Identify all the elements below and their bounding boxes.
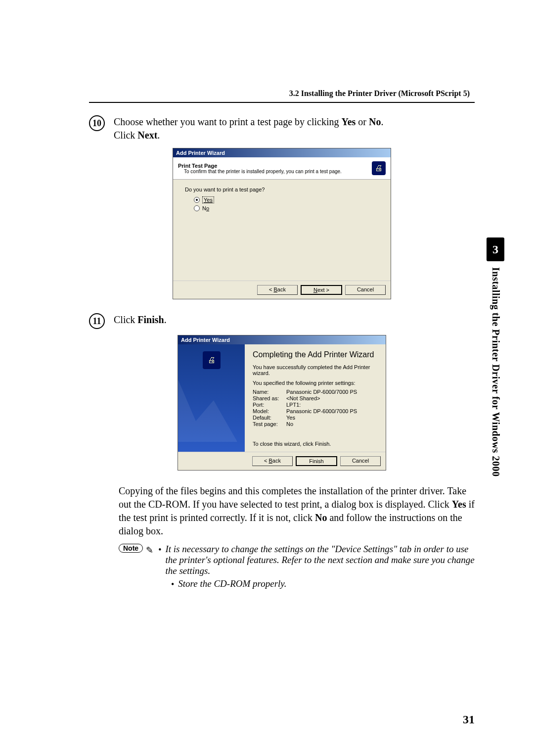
step10-no: No <box>369 116 381 127</box>
dialog-print-test-page: Add Printer Wizard Print Test Page To co… <box>173 148 391 299</box>
dialog-completing-wizard: Add Printer Wizard Completing the Add Pr… <box>178 335 386 471</box>
step-10: 10 Choose whether you want to print a te… <box>89 115 475 142</box>
wizard-banner <box>178 344 245 452</box>
radio-icon <box>194 205 200 211</box>
radio-icon <box>194 197 200 203</box>
step10-yes: Yes <box>341 116 356 127</box>
back-button[interactable]: < Back <box>252 456 293 466</box>
dialog-header-sub: To confirm that the printer is installed… <box>184 169 342 174</box>
back-button[interactable]: < Back <box>257 285 298 295</box>
step11-finish: Finish <box>137 314 164 325</box>
printer-icon <box>203 351 221 369</box>
section-header: 3.2 Installing the Printer Driver (Micro… <box>89 89 475 98</box>
cancel-button[interactable]: Cancel <box>345 285 386 295</box>
dialog-titlebar: Add Printer Wizard <box>173 148 391 157</box>
radio-yes[interactable]: Yes <box>194 196 379 203</box>
step10-next: Next <box>137 130 157 141</box>
divider <box>89 102 475 103</box>
wizard-heading: Completing the Add Printer Wizard <box>253 350 378 359</box>
chapter-number: 3 <box>487 237 504 261</box>
page-number: 31 <box>463 713 475 726</box>
note-text-1: It is necessary to change the settings o… <box>165 544 475 576</box>
radio-no[interactable]: No <box>194 205 379 211</box>
note-badge: Note <box>119 544 143 553</box>
body-paragraph: Copying of the files begins and this com… <box>119 484 475 538</box>
step-number-11: 11 <box>89 313 105 329</box>
bullet-icon: • <box>171 578 174 590</box>
wizard-close-msg: To close this wizard, click Finish. <box>253 441 378 447</box>
wizard-msg2: You specified the following printer sett… <box>253 380 378 386</box>
finish-button[interactable]: Finish <box>296 456 337 466</box>
note-row-2: • Store the CD-ROM properly. <box>170 578 475 590</box>
step-number-10: 10 <box>89 115 105 131</box>
chapter-tab: 3 Installing the Printer Driver for Wind… <box>487 237 504 476</box>
printer-icon <box>372 161 386 175</box>
cancel-button[interactable]: Cancel <box>340 456 381 466</box>
dialog-titlebar: Add Printer Wizard <box>178 335 386 344</box>
step-11: 11 Click Finish. <box>89 313 475 329</box>
next-button[interactable]: Next > <box>301 285 342 295</box>
chapter-title-vertical: Installing the Printer Driver for Window… <box>490 267 501 476</box>
step10-text: Choose whether you want to print a test … <box>114 116 341 127</box>
note-text-2: Store the CD-ROM properly. <box>178 578 286 589</box>
bullet-icon: • <box>158 544 161 556</box>
note-row-1: Note ✎ • It is necessary to change the s… <box>119 544 475 576</box>
dialog-header-title: Print Test Page <box>178 163 342 169</box>
wizard-msg1: You have successfully completed the Add … <box>253 364 378 376</box>
pencil-icon: ✎ <box>146 545 153 556</box>
dialog-question: Do you want to print a test page? <box>185 187 379 192</box>
